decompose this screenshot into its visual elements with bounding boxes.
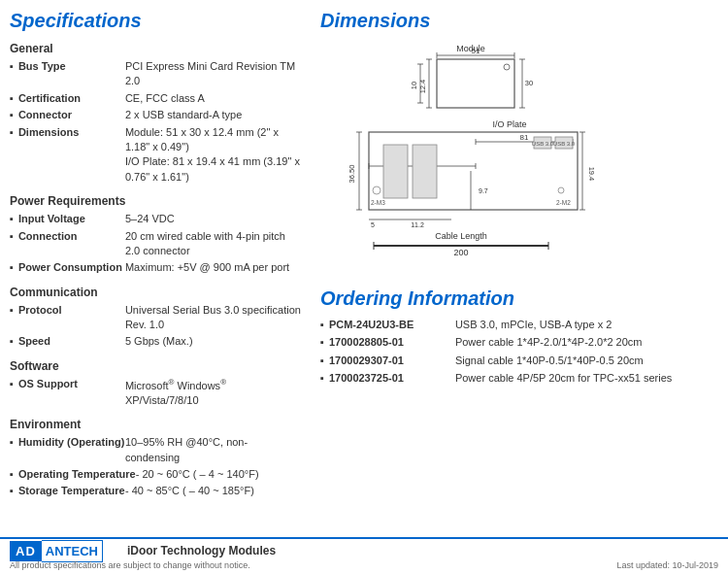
svg-point-35 [373,186,381,194]
spec-label: Storage Temperature [18,484,125,498]
spec-value: 20 cm wired cable with 4-pin pitch 2.0 c… [125,229,301,259]
specs-column: Specifications General Bus Type PCI Expr… [10,10,311,503]
order-value: USB 3.0, mPCIe, USB-A type x 2 [455,318,612,332]
svg-text:19.4: 19.4 [587,167,596,182]
list-item: Dimensions Module: 51 x 30 x 12.4 mm (2"… [10,125,301,186]
order-value: Power cable 4P/5P 20cm for TPC-xx51 seri… [455,371,672,386]
spec-value: Universal Serial Bus 3.0 specification R… [125,303,301,333]
list-item: Input Voltage 5–24 VDC [10,212,301,226]
order-value: Signal cable 1*40P-0.5/1*40P-0.5 20cm [455,354,644,368]
order-item: 1700028805-01 Power cable 1*4P-2.0/1*4P-… [320,335,713,350]
spec-label: OS Support [18,377,125,408]
software-list: OS Support Microsoft® Windows® XP/Vista/… [10,377,301,408]
spec-label: Humidity (Operating) [18,435,125,465]
order-item: 1700023725-01 Power cable 4P/5P 20cm for… [320,371,713,386]
svg-text:51: 51 [472,47,480,55]
svg-text:2-M2: 2-M2 [556,199,571,206]
list-item: Operating Temperature - 20 ~ 60°C ( – 4 … [10,467,301,482]
svg-text:12.4: 12.4 [418,80,427,94]
order-list: PCM-24U2U3-BE USB 3.0, mPCIe, USB-A type… [320,318,713,387]
svg-text:30: 30 [525,79,533,87]
ordering-title: Ordering Information [320,287,713,310]
spec-value: 10–95% RH @40°C, non-condensing [125,435,301,465]
svg-text:Cable Length: Cable Length [435,231,487,241]
general-title: General [10,42,301,55]
order-label: 1700029307-01 [329,354,455,368]
environment-list: Humidity (Operating) 10–95% RH @40°C, no… [10,435,301,499]
footer-date: Last updated: 10-Jul-2019 [616,560,718,570]
dimensions-section: Dimensions Module 51 [320,10,713,273]
list-item: Storage Temperature - 40 ~ 85°C ( – 40 ~… [10,484,301,498]
svg-text:5: 5 [371,221,375,228]
order-label: PCM-24U2U3-BE [329,318,455,332]
environment-title: Environment [10,418,301,431]
list-item: Connector 2 x USB standard-A type [10,108,301,122]
communication-list: Protocol Universal Serial Bus 3.0 specif… [10,303,301,350]
software-title: Software [10,359,301,373]
spec-value: Microsoft® Windows® XP/Vista/7/8/10 [125,377,301,408]
list-item: Humidity (Operating) 10–95% RH @40°C, no… [10,435,301,465]
svg-text:USB 3.0: USB 3.0 [553,141,576,147]
spec-label: Protocol [18,303,125,333]
list-item: OS Support Microsoft® Windows® XP/Vista/… [10,377,301,408]
svg-text:11.2: 11.2 [411,221,424,228]
order-label: 1700028805-01 [329,335,455,350]
power-list: Input Voltage 5–24 VDC Connection 20 cm … [10,212,301,276]
spec-value: - 20 ~ 60°C ( – 4 ~ 140°F) [136,467,259,482]
svg-text:200: 200 [453,248,468,257]
svg-rect-29 [383,145,408,198]
footer-module-title: iDoor Technology Modules [127,544,276,557]
order-item: 1700029307-01 Signal cable 1*40P-0.5/1*4… [320,354,713,368]
spec-value: 5 Gbps (Max.) [125,334,193,349]
spec-label: Connection [18,229,125,259]
spec-label: Dimensions [18,125,125,186]
svg-text:36.50: 36.50 [347,165,356,184]
svg-text:USB 3.0: USB 3.0 [532,141,554,147]
spec-label: Bus Type [18,59,125,89]
logo-adv: AD [10,541,42,561]
list-item: Bus Type PCI Express Mini Card Revision … [10,59,301,89]
spec-label: Power Consumption [18,260,125,275]
svg-text:10: 10 [410,82,418,89]
svg-text:2-M3: 2-M3 [371,199,385,206]
spec-value: CE, FCC class A [125,91,205,106]
list-item: Power Consumption Maximum: +5V @ 900 mA … [10,260,301,275]
footer-logo: ADANTECH [10,540,103,562]
list-item: Protocol Universal Serial Bus 3.0 specif… [10,303,301,333]
dimension-diagram: Module 51 12.4 [320,40,650,273]
logo-tech: ANTECH [42,540,103,562]
svg-rect-30 [413,145,437,198]
spec-label: Input Voltage [18,212,125,226]
dimension-svg: Module 51 12.4 [320,40,650,273]
right-column: Dimensions Module 51 [311,10,713,503]
spec-label: Operating Temperature [18,467,136,482]
list-item: Speed 5 Gbps (Max.) [10,334,301,349]
svg-rect-5 [437,59,514,108]
footer-note: All product specifications are subject t… [10,560,250,570]
order-label: 1700023725-01 [329,371,455,386]
ordering-section: Ordering Information PCM-24U2U3-BE USB 3… [320,287,713,387]
order-item: PCM-24U2U3-BE USB 3.0, mPCIe, USB-A type… [320,318,713,332]
list-item: Connection 20 cm wired cable with 4-pin … [10,229,301,259]
order-value: Power cable 1*4P-2.0/1*4P-2.0*2 20cm [455,335,643,350]
spec-label: Certification [18,91,125,106]
list-item: Certification CE, FCC class A [10,91,301,106]
spec-label: Connector [18,108,125,122]
spec-value: - 40 ~ 85°C ( – 40 ~ 185°F) [125,484,254,498]
svg-text:81: 81 [520,133,529,142]
power-title: Power Requirements [10,194,301,208]
general-list: Bus Type PCI Express Mini Card Revision … [10,59,301,185]
footer: ADANTECH iDoor Technology Modules All pr… [0,537,728,574]
svg-text:9.7: 9.7 [479,187,488,194]
spec-value: Module: 51 x 30 x 12.4 mm (2" x 1.18" x … [125,125,301,186]
dimensions-title: Dimensions [320,10,713,32]
svg-point-37 [558,187,564,193]
svg-text:I/O Plate: I/O Plate [492,119,526,129]
communication-title: Communication [10,286,301,299]
spec-value: PCI Express Mini Card Revision TM 2.0 [125,59,301,89]
specs-title: Specifications [10,10,301,32]
svg-point-6 [504,64,510,70]
spec-value: 2 x USB standard-A type [125,108,242,122]
spec-label: Speed [18,334,125,349]
spec-value: 5–24 VDC [125,212,175,226]
